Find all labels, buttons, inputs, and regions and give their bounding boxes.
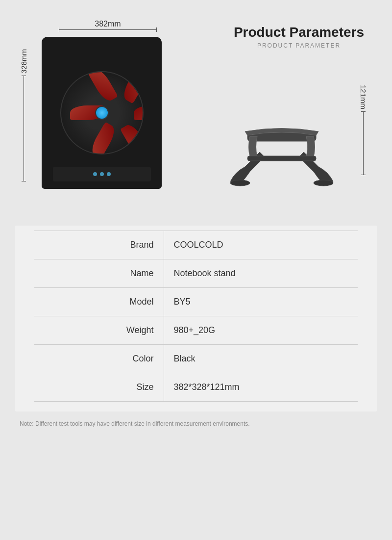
fan-circle xyxy=(60,71,144,154)
depth-dimension: 121mm xyxy=(359,78,368,181)
spec-value-model: BY5 xyxy=(164,288,358,316)
product-image-side xyxy=(216,83,348,191)
stand-svg xyxy=(220,103,343,191)
svg-point-2 xyxy=(230,180,250,186)
fan-visual xyxy=(58,69,146,157)
spec-label-size: Size xyxy=(34,373,164,402)
note-section: Note: Different test tools may have diff… xyxy=(15,411,377,430)
depth-label: 121mm xyxy=(359,85,368,109)
fan-blade-2 xyxy=(88,71,118,104)
spec-label-weight: Weight xyxy=(34,316,164,345)
left-product-view: 382mm 328mm xyxy=(20,20,176,206)
light-3 xyxy=(107,172,111,176)
spec-value-brand: COOLCOLD xyxy=(164,231,358,259)
specs-section: BrandCOOLCOLDNameNotebook standModelBY5W… xyxy=(15,226,377,411)
height-label: 328mm xyxy=(20,49,28,74)
note-text: Note: Different test tools may have diff… xyxy=(20,420,250,427)
product-title: Product Parameters xyxy=(225,25,372,40)
table-row: ColorBlack xyxy=(34,345,358,373)
product-header: Product Parameters PRODUCT PARAMETER xyxy=(225,25,372,49)
status-lights xyxy=(93,172,111,176)
table-row: Size382*328*121mm xyxy=(34,373,358,402)
product-image-front xyxy=(42,37,162,189)
fan-blade-3 xyxy=(120,71,144,104)
table-row: Weight980+_20G xyxy=(34,316,358,345)
specs-table: BrandCOOLCOLDNameNotebook standModelBY5W… xyxy=(34,231,358,402)
fan-blade-6 xyxy=(88,122,118,154)
light-2 xyxy=(100,172,104,176)
width-line xyxy=(59,29,157,30)
spec-label-brand: Brand xyxy=(34,231,164,259)
fan-center xyxy=(95,106,109,120)
spec-value-color: Black xyxy=(164,345,358,373)
width-label: 382mm xyxy=(95,20,121,28)
image-section: 382mm 328mm xyxy=(15,10,377,221)
svg-point-3 xyxy=(314,180,333,186)
spec-value-name: Notebook stand xyxy=(164,259,358,288)
fan-blade-4 xyxy=(134,105,144,120)
spec-label-name: Name xyxy=(34,259,164,288)
spec-value-size: 382*328*121mm xyxy=(164,373,358,402)
depth-line xyxy=(363,111,364,175)
height-dimension: 328mm xyxy=(20,49,28,181)
table-row: NameNotebook stand xyxy=(34,259,358,288)
fan-blade-5 xyxy=(120,122,144,154)
light-1 xyxy=(93,172,97,176)
svg-rect-1 xyxy=(247,156,316,161)
spec-label-model: Model xyxy=(34,288,164,316)
product-bottom-bar xyxy=(53,167,151,181)
width-dimension: 382mm xyxy=(44,20,172,30)
spec-value-weight: 980+_20G xyxy=(164,316,358,345)
spec-label-color: Color xyxy=(34,345,164,373)
table-row: ModelBY5 xyxy=(34,288,358,316)
right-product-view: Product Parameters PRODUCT PARAMETER xyxy=(216,20,372,206)
table-row: BrandCOOLCOLD xyxy=(34,231,358,259)
product-subtitle: PRODUCT PARAMETER xyxy=(225,42,372,49)
height-line xyxy=(24,76,24,181)
